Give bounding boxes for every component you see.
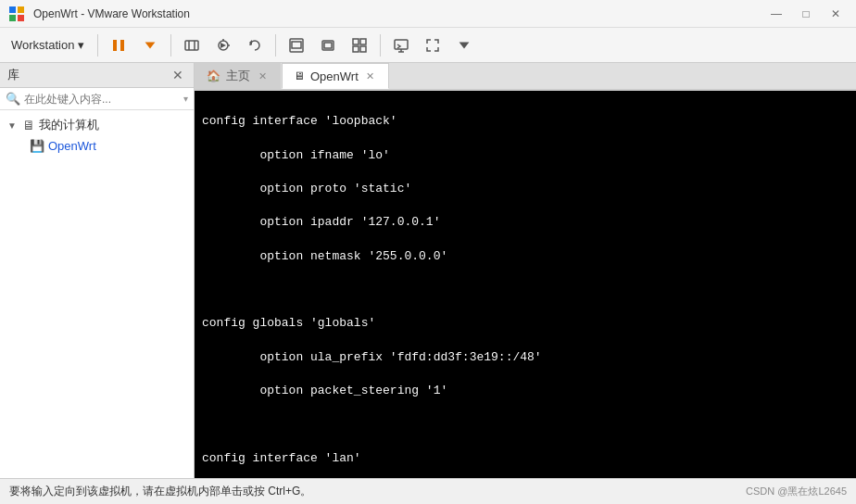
- statusbar-message: 要将输入定向到该虚拟机，请在虚拟机内部单击或按 Ctrl+G。: [9, 484, 311, 499]
- sidebar-search-area[interactable]: 🔍 ▾: [0, 88, 194, 110]
- workstation-menu-button[interactable]: Workstation ▾: [4, 34, 92, 56]
- sidebar-my-computer[interactable]: ▼ 🖥 我的计算机: [0, 114, 194, 136]
- normal-view-button[interactable]: [282, 32, 311, 59]
- minimize-button[interactable]: —: [763, 5, 789, 23]
- sidebar-tree: ▼ 🖥 我的计算机 💾 OpenWrt: [0, 110, 194, 159]
- svg-marker-23: [459, 42, 470, 48]
- tab-home[interactable]: 🏠 主页 ✕: [195, 63, 281, 89]
- unity-view-button[interactable]: [345, 32, 374, 59]
- computer-icon: 🖥: [22, 118, 35, 132]
- terminal-line-9: option packet_steering '1': [202, 383, 849, 399]
- sidebar-close-button[interactable]: ✕: [170, 67, 186, 83]
- statusbar: 要将输入定向到该虚拟机，请在虚拟机内部单击或按 Ctrl+G。 CSDN @黑在…: [0, 478, 856, 504]
- tab-openwrt-label: OpenWrt: [310, 69, 359, 83]
- svg-rect-7: [185, 41, 198, 50]
- toolbar-divider-2: [170, 34, 171, 57]
- svg-rect-1: [18, 6, 24, 13]
- svg-rect-17: [360, 39, 366, 44]
- terminal-line-2: option ifname 'lo': [202, 147, 849, 164]
- revert-snapshot-button[interactable]: [240, 32, 270, 59]
- terminal-line-8: option ula_prefix 'fdfd:dd3f:3e19::/48': [202, 349, 849, 366]
- vm-tab-icon: 🖥: [294, 69, 305, 82]
- sidebar-title: 库: [7, 67, 19, 83]
- svg-rect-2: [9, 15, 16, 21]
- tab-openwrt[interactable]: 🖥 OpenWrt ✕: [282, 63, 389, 89]
- my-computer-label: 我的计算机: [39, 117, 99, 133]
- sidebar: 库 ✕ 🔍 ▾ ▼ 🖥 我的计算机 💾 OpenWrt: [0, 63, 195, 478]
- terminal-line-10: [202, 417, 849, 434]
- toolbar-divider-3: [275, 34, 276, 57]
- terminal-line-5: option netmask '255.0.0.0': [202, 248, 849, 265]
- terminal-line-7: config globals 'globals': [202, 315, 849, 332]
- toolbar: Workstation ▾: [0, 28, 856, 63]
- svg-rect-18: [353, 46, 359, 52]
- app-logo: [7, 5, 26, 23]
- window-controls: — □ ✕: [763, 5, 849, 23]
- svg-rect-15: [324, 43, 332, 48]
- tree-expander-icon: ▼: [7, 120, 19, 131]
- dropdown-arrow-icon: ▾: [78, 38, 84, 52]
- search-dropdown-icon[interactable]: ▾: [183, 94, 188, 104]
- content-area: 🏠 主页 ✕ 🖥 OpenWrt ✕ config interface 'loo…: [195, 63, 856, 478]
- vm-name-label: OpenWrt: [48, 139, 96, 153]
- sidebar-item-openwrt[interactable]: 💾 OpenWrt: [0, 136, 194, 156]
- console-view-button[interactable]: [386, 32, 416, 59]
- search-input[interactable]: [24, 93, 180, 106]
- terminal-line-6: [202, 282, 849, 298]
- full-screen-button[interactable]: [313, 32, 343, 59]
- fullscreen-dropdown-button[interactable]: [449, 32, 479, 59]
- svg-rect-0: [9, 6, 16, 13]
- vm-icon: 💾: [30, 139, 44, 153]
- snapshot-button[interactable]: [208, 32, 238, 59]
- tab-bar: 🏠 主页 ✕ 🖥 OpenWrt ✕: [195, 63, 856, 91]
- terminal-line-11: config interface 'lan': [202, 450, 849, 467]
- send-ctrlaltdel-button[interactable]: [177, 32, 207, 59]
- main-area: 库 ✕ 🔍 ▾ ▼ 🖥 我的计算机 💾 OpenWrt 🏠 主页: [0, 63, 856, 478]
- toolbar-divider-4: [380, 34, 381, 57]
- search-icon: 🔍: [6, 92, 20, 106]
- terminal-line-3: option proto 'static': [202, 181, 849, 197]
- svg-rect-20: [395, 40, 408, 49]
- tab-home-label: 主页: [226, 68, 250, 84]
- toolbar-divider-1: [97, 34, 98, 57]
- svg-rect-16: [353, 39, 359, 44]
- terminal-area[interactable]: config interface 'loopback' option ifnam…: [195, 91, 856, 478]
- svg-rect-4: [113, 40, 117, 51]
- workstation-label: Workstation: [11, 38, 74, 52]
- statusbar-watermark: CSDN @黑在炫L2645: [746, 485, 847, 498]
- tab-openwrt-close-button[interactable]: ✕: [364, 69, 377, 82]
- svg-rect-3: [18, 15, 24, 21]
- maximize-button[interactable]: □: [793, 5, 819, 23]
- close-button[interactable]: ✕: [823, 5, 849, 23]
- pause-button[interactable]: [104, 32, 133, 59]
- terminal-line-4: option ipaddr '127.0.0.1': [202, 214, 849, 231]
- sidebar-header: 库 ✕: [0, 63, 194, 88]
- enter-fullscreen-button[interactable]: [418, 32, 447, 59]
- home-icon: 🏠: [207, 69, 220, 82]
- tab-home-close-button[interactable]: ✕: [256, 69, 269, 82]
- svg-rect-19: [360, 46, 366, 52]
- svg-rect-13: [292, 42, 301, 48]
- pause-dropdown-button[interactable]: [135, 32, 165, 59]
- titlebar: OpenWrt - VMware Workstation — □ ✕: [0, 0, 856, 28]
- window-title: OpenWrt - VMware Workstation: [33, 7, 763, 20]
- terminal-line-1: config interface 'loopback': [202, 113, 849, 130]
- svg-marker-6: [145, 42, 156, 48]
- svg-rect-5: [120, 40, 124, 51]
